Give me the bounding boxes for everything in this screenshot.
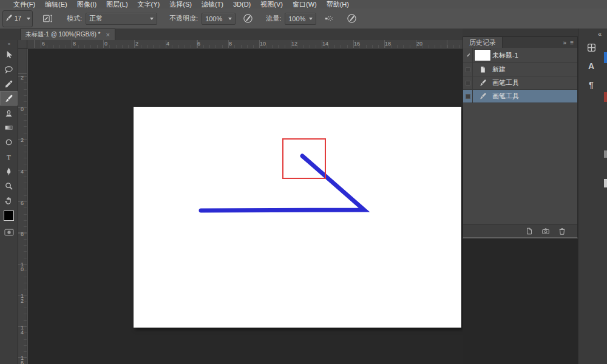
menu-item[interactable]: 视图(V): [260, 0, 283, 9]
ruler-label: 8: [19, 232, 25, 237]
ruler-label: 0: [104, 41, 107, 47]
ruler-label: 8: [229, 41, 232, 47]
panel-button-adjustments[interactable]: [582, 39, 600, 55]
ruler-label: 2: [19, 138, 25, 143]
eyedropper-tool[interactable]: [0, 76, 18, 91]
ruler-label: 12: [291, 41, 297, 47]
ruler-label: 16: [354, 41, 360, 47]
mode-select[interactable]: 正常: [86, 13, 157, 25]
canvas-document[interactable]: [134, 107, 461, 328]
toggle-brush-panel-button[interactable]: [40, 12, 55, 26]
zoom-tool[interactable]: [0, 178, 18, 193]
menu-item[interactable]: 文件(F): [13, 0, 35, 9]
history-row-label: 画笔工具: [492, 92, 519, 101]
close-tab-icon[interactable]: ×: [106, 32, 110, 38]
lasso-tool[interactable]: [0, 62, 18, 76]
menu-item[interactable]: 图像(I): [77, 0, 97, 9]
snapshot-thumbnail: [473, 49, 492, 61]
dropdown-arrow-icon: [309, 18, 313, 20]
brush-tool[interactable]: [0, 91, 18, 106]
history-source-well[interactable]: [463, 63, 473, 76]
hand-tool[interactable]: [0, 193, 18, 207]
menu-item[interactable]: 滤镜(T): [202, 0, 223, 9]
svg-text:T: T: [7, 153, 11, 160]
ruler-label: 1 6: [19, 356, 25, 364]
canvas-viewport: [28, 49, 463, 364]
menu-item[interactable]: 选择(S): [169, 0, 192, 9]
opacity-label: 不透明度:: [169, 14, 198, 23]
clipped-panel-fragment: [604, 52, 607, 63]
history-row-label: 新建: [492, 65, 506, 74]
pressure-size-button[interactable]: [344, 12, 359, 26]
new-doc-icon: [473, 66, 492, 73]
panel-button-character[interactable]: A: [582, 58, 600, 74]
opacity-select[interactable]: 100%: [202, 13, 236, 25]
panel-menu-icon[interactable]: ≡: [570, 39, 574, 46]
gradient-tool[interactable]: [0, 120, 18, 135]
panel-collapse-icon[interactable]: »: [563, 39, 566, 46]
selection-highlight-box: [282, 138, 326, 179]
ruler-label: 14: [322, 41, 328, 47]
toolbar-collapse-icon[interactable]: »: [0, 40, 18, 47]
opacity-value: 100%: [205, 15, 222, 22]
quick-mask-icon[interactable]: [0, 227, 18, 238]
photoshop-window: 文件(F)编辑(E)图像(I)图层(L)文字(Y)选择(S)滤镜(T)3D(D)…: [0, 0, 607, 364]
ruler-label: 18: [385, 41, 391, 47]
menu-item[interactable]: 窗口(W): [293, 0, 317, 9]
history-row-label: 未标题-1: [492, 51, 518, 60]
dropdown-arrow-icon: [150, 18, 154, 20]
brush-preset-icon: [5, 14, 13, 23]
new-doc-from-state-button[interactable]: [525, 227, 534, 235]
ruler-corner: [18, 40, 27, 49]
history-source-well[interactable]: [463, 48, 473, 62]
history-row[interactable]: 新建: [463, 63, 577, 76]
pen-tool[interactable]: [0, 164, 18, 178]
mode-value: 正常: [89, 14, 103, 23]
clone-stamp-tool[interactable]: [0, 106, 18, 120]
history-row[interactable]: 画笔工具: [463, 90, 577, 103]
mode-label: 模式:: [67, 14, 82, 23]
move-tool[interactable]: [0, 47, 18, 62]
history-panel: 历史记录 » ≡ 未标题-1新建画笔工具画笔工具: [463, 36, 578, 238]
tools-panel: » T: [0, 40, 18, 364]
clipped-panel-fragment: [604, 150, 607, 158]
ruler-label: 2: [19, 75, 25, 80]
menubar: 文件(F)编辑(E)图像(I)图层(L)文字(Y)选择(S)滤镜(T)3D(D)…: [0, 0, 607, 8]
clipped-panel-fragment: [604, 179, 607, 187]
delete-state-button[interactable]: [558, 227, 566, 235]
history-source-well[interactable]: [463, 76, 473, 89]
empty-dock-area: [463, 238, 578, 364]
dropdown-arrow-icon: [27, 18, 30, 20]
ruler-label: 10: [260, 41, 266, 47]
panel-button-paragraph[interactable]: ¶: [582, 77, 600, 93]
history-source-well[interactable]: [463, 90, 473, 103]
flow-select[interactable]: 100%: [285, 13, 316, 25]
foreground-color-swatch[interactable]: [4, 211, 14, 221]
ruler-label: 1 0: [19, 262, 25, 272]
options-bar: 17 模式: 正常 不透明度: 100% 流量: 100%: [0, 8, 607, 29]
menu-item[interactable]: 图层(L): [106, 0, 127, 9]
ruler-label: 6: [42, 41, 45, 47]
airbrush-button[interactable]: [321, 12, 336, 26]
pressure-opacity-button[interactable]: [240, 12, 255, 26]
brush-gray-icon: [473, 79, 492, 87]
ruler-label: 4: [19, 169, 25, 174]
history-panel-footer: [463, 224, 577, 237]
menu-item[interactable]: 编辑(E): [45, 0, 67, 9]
new-snapshot-button[interactable]: [541, 227, 550, 235]
menu-item[interactable]: 3D(D): [233, 1, 251, 8]
history-row[interactable]: 未标题-1: [463, 48, 577, 63]
document-tab[interactable]: 未标题-1 @ 100%(RGB/8) * ×: [20, 29, 115, 40]
ruler-label: 8: [73, 41, 76, 47]
vertical-ruler[interactable]: 2024681 01 21 41 6: [18, 49, 27, 364]
history-row[interactable]: 画笔工具: [463, 76, 577, 90]
expand-dock-icon[interactable]: «: [598, 30, 601, 38]
menu-item[interactable]: 帮助(H): [327, 0, 349, 9]
menu-item[interactable]: 文字(Y): [138, 0, 160, 9]
tool-preset-picker[interactable]: 17: [2, 10, 33, 27]
history-panel-tab[interactable]: 历史记录: [463, 37, 503, 48]
dodge-tool[interactable]: [0, 135, 18, 149]
ruler-label: 1 4: [19, 325, 25, 335]
type-tool[interactable]: T: [0, 149, 18, 164]
horizontal-ruler[interactable]: 6802468101214161820: [18, 40, 463, 49]
